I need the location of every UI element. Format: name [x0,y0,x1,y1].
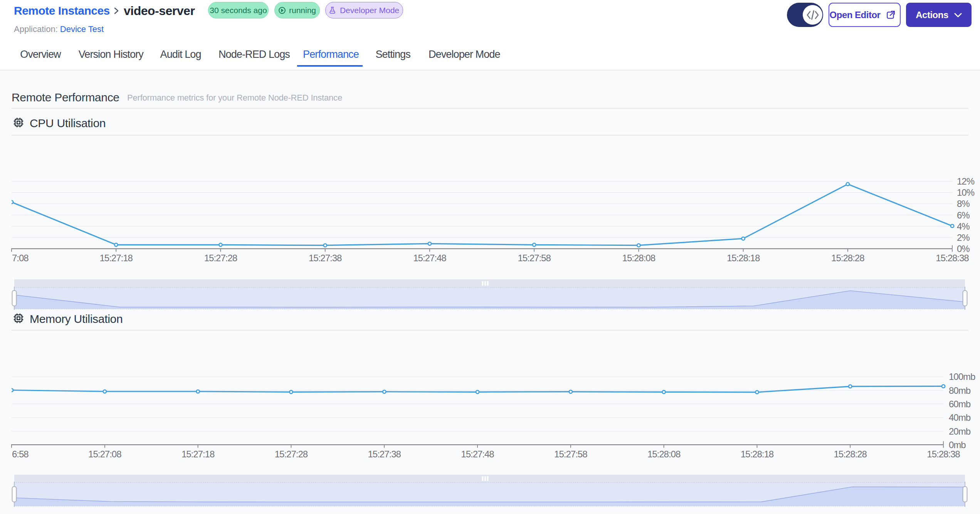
svg-text:15:28:38: 15:28:38 [927,449,960,459]
svg-text:8%: 8% [957,198,970,209]
svg-text:15:27:28: 15:27:28 [275,449,308,459]
svg-text:15:28:18: 15:28:18 [741,449,774,459]
svg-text:15:27:38: 15:27:38 [309,253,342,263]
svg-text:6%: 6% [957,210,970,220]
svg-text:15:28:18: 15:28:18 [727,253,760,263]
svg-text:12%: 12% [957,176,975,186]
svg-text:7:08: 7:08 [12,253,29,263]
svg-text:2%: 2% [957,232,970,243]
svg-text:15:27:48: 15:27:48 [461,449,494,459]
svg-text:15:27:18: 15:27:18 [99,253,133,263]
svg-text:10%: 10% [957,187,975,198]
svg-text:15:28:08: 15:28:08 [622,253,656,263]
svg-text:0mb: 0mb [949,440,966,450]
svg-text:15:27:58: 15:27:58 [554,449,587,459]
svg-text:4%: 4% [957,221,970,232]
svg-text:15:27:08: 15:27:08 [88,449,121,459]
svg-text:60mb: 60mb [949,399,971,409]
svg-text:15:27:48: 15:27:48 [413,253,446,263]
svg-text:6:58: 6:58 [12,449,29,459]
svg-text:15:27:58: 15:27:58 [518,253,551,263]
svg-text:40mb: 40mb [949,412,971,423]
svg-text:15:27:28: 15:27:28 [204,253,237,263]
svg-text:100mb: 100mb [949,371,975,382]
svg-text:15:28:08: 15:28:08 [647,449,681,459]
svg-text:80mb: 80mb [949,385,971,396]
svg-text:15:28:28: 15:28:28 [834,449,867,459]
svg-text:15:28:38: 15:28:38 [936,253,969,263]
svg-text:20mb: 20mb [949,426,971,437]
svg-text:15:27:38: 15:27:38 [368,449,401,459]
svg-text:15:27:18: 15:27:18 [182,449,215,459]
svg-text:15:28:28: 15:28:28 [831,253,864,263]
